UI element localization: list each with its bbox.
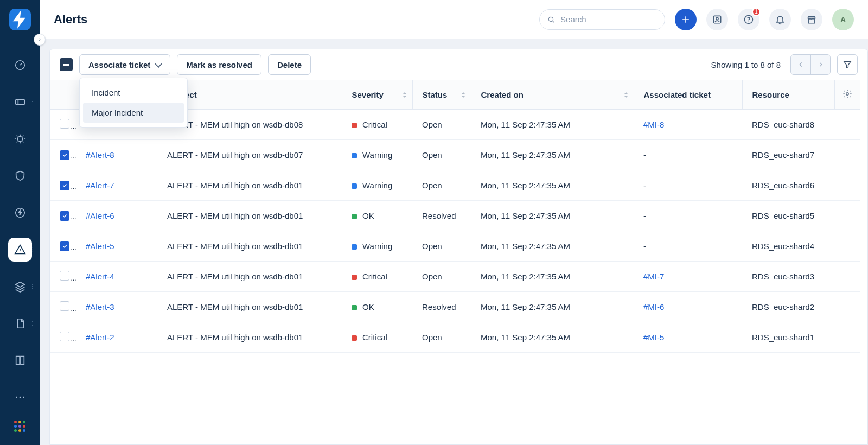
col-checkbox [50,80,76,110]
table-row: #Alert-4ALERT - MEM util high on wsdb-db… [50,262,860,292]
marketplace-button[interactable] [801,9,822,30]
submenu-dots-icon: ⋮ [30,322,35,325]
cell-assoc: - [634,140,742,170]
cell-resource: RDS_euc-shard2 [742,292,834,322]
ellipsis-icon [14,391,26,403]
global-search[interactable] [539,9,665,30]
cell-assoc: #MI-5 [634,322,742,353]
cell-severity: OK [342,201,412,231]
alert-id-link[interactable]: #Alert-5 [86,241,114,251]
gauge-icon [14,59,26,71]
row-checkbox[interactable] [60,332,69,341]
cell-subject: ALERT - MEM util high on wsdb-db07 [157,140,342,170]
cell-resource: RDS_euc-shard4 [742,231,834,262]
nav-alerts[interactable]: ⋮ [8,238,32,262]
mark-resolved-button[interactable]: Mark as resolved [177,54,261,75]
contacts-button[interactable] [706,9,728,30]
cell-status: Resolved [412,292,471,322]
notifications-button[interactable] [769,9,791,30]
document-icon [14,317,26,329]
cell-severity: Critical [342,322,412,353]
cell-status: Open [412,262,471,292]
alert-id-link[interactable]: #Alert-3 [86,302,114,312]
severity-dot-icon [352,244,357,250]
severity-dot-icon [352,305,357,310]
col-status[interactable]: Status [412,80,471,110]
severity-dot-icon [352,183,357,189]
alert-id-link[interactable]: #Alert-4 [86,272,114,281]
cell-created: Mon, 11 Sep 2:47:35 AM [471,262,634,292]
row-checkbox[interactable] [60,181,69,190]
bug-icon [14,133,26,145]
main-pane: Alerts 1 A [40,0,868,445]
table-settings[interactable] [834,80,860,110]
pager-next[interactable] [810,55,830,74]
assoc-ticket-link[interactable]: #MI-8 [643,120,664,129]
chevron-left-icon [797,61,805,68]
sidebar-expand-toggle[interactable] [34,34,46,46]
row-checkbox[interactable] [60,150,69,160]
alerts-table-wrap: ID Subject Severity Status Created on As… [50,80,867,444]
submenu-dots-icon: ⋮ [30,285,35,288]
associate-ticket-button[interactable]: Associate ticket [79,54,170,75]
alert-id-link[interactable]: #Alert-2 [86,333,114,342]
svg-point-4 [16,397,17,398]
nav-problems[interactable] [8,127,32,151]
nav-assets[interactable]: ⋮ [8,275,32,298]
cell-resource: RDS_euc-shard7 [742,140,834,170]
severity-dot-icon [352,275,357,280]
nav-releases[interactable] [8,201,32,225]
ticket-icon [14,96,26,108]
svg-point-5 [19,397,21,398]
nav-knowledge[interactable] [8,348,32,372]
filter-button[interactable] [837,54,858,75]
alert-id-link[interactable]: #Alert-6 [86,211,114,220]
cell-subject: ALERT - MEM util high on wsdb-db01 [157,292,342,322]
associate-option[interactable]: Major Incident [83,103,184,123]
pager-prev[interactable] [791,55,810,74]
associate-option[interactable]: Incident [83,82,184,103]
row-checkbox[interactable] [60,271,69,281]
table-row: #Alert-5ALERT - MEM util high on wsdb-db… [50,231,860,262]
app-logo[interactable] [9,9,31,30]
cell-severity: Warning [342,231,412,262]
nav-documents[interactable]: ⋮ [8,312,32,335]
search-input[interactable] [560,15,657,24]
svg-point-9 [716,17,718,20]
cell-status: Open [412,140,471,170]
bell-icon [775,14,786,25]
row-checkbox[interactable] [60,211,69,221]
nav-tickets[interactable]: ⋮ [8,90,32,114]
select-all-checkbox[interactable] [60,58,73,71]
new-button[interactable] [675,9,697,30]
plus-icon [680,14,691,25]
col-assoc[interactable]: Associated ticket [634,80,742,110]
col-resource[interactable]: Resource [742,80,834,110]
submenu-dots-icon: ⋮ [30,249,35,251]
delete-button[interactable]: Delete [268,54,311,75]
profile-avatar[interactable]: A [832,9,854,30]
filter-icon [843,60,852,69]
col-severity[interactable]: Severity [342,80,412,110]
alert-id-link[interactable]: #Alert-7 [86,181,114,190]
assoc-ticket-link[interactable]: #MI-5 [643,333,664,342]
row-checkbox[interactable] [60,241,69,251]
alert-id-link[interactable]: #Alert-8 [86,150,114,160]
severity-dot-icon [352,153,357,158]
pager [790,54,831,75]
nav-changes[interactable] [8,164,32,188]
assoc-ticket-link[interactable]: #MI-7 [643,272,664,281]
bolt-circle-icon [14,207,26,219]
alerts-card: Associate ticket Mark as resolved Delete… [49,49,868,445]
help-button[interactable]: 1 [738,9,760,30]
col-created[interactable]: Created on [471,80,634,110]
row-checkbox[interactable] [60,119,69,129]
assoc-ticket-link[interactable]: #MI-6 [643,302,664,312]
nav-dashboard[interactable] [8,53,32,77]
cell-status: Open [412,231,471,262]
row-checkbox[interactable] [60,301,69,311]
nav-more[interactable] [8,385,32,409]
svg-point-12 [846,93,849,96]
table-row: #Alert-3ALERT - MEM util high on wsdb-db… [50,292,860,322]
app-switcher[interactable] [14,421,25,432]
